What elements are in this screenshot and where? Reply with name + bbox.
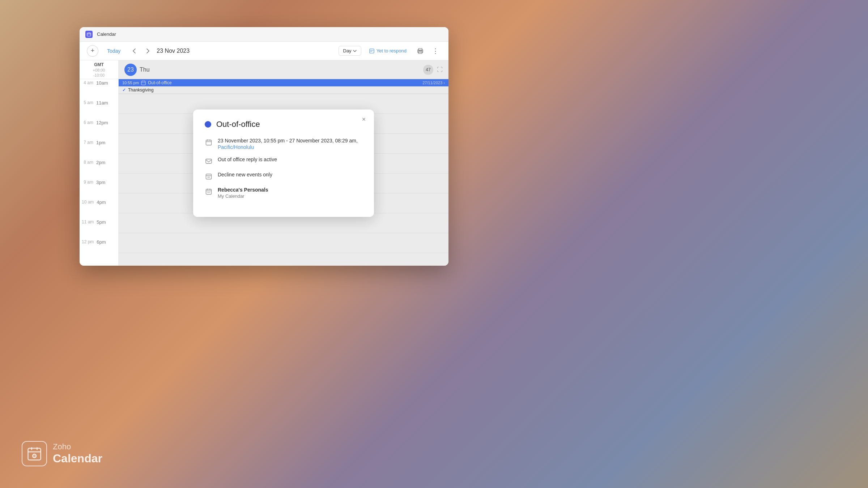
current-date: 23 Nov 2023	[157, 48, 335, 54]
next-button[interactable]	[143, 46, 153, 56]
main-window: Calendar + Today 23 Nov 2023 Day Yet to …	[80, 27, 448, 266]
title-bar: Calendar	[80, 27, 448, 42]
more-options-button[interactable]: ⋮	[430, 45, 441, 57]
svg-rect-10	[418, 48, 422, 51]
zoho-logo: Zoho Calendar	[22, 441, 102, 466]
toolbar: + Today 23 Nov 2023 Day Yet to respond ⋮	[80, 42, 448, 60]
time-gutter: GMT +08:00 -10:00 4 am10am5 am11am6 am12…	[80, 60, 119, 266]
popup-calendar-row: Rebecca's Personals My Calendar	[205, 187, 362, 199]
popup-reply-row: Out of office reply is active	[205, 157, 362, 165]
svg-point-4	[33, 454, 36, 458]
email-icon	[205, 157, 213, 165]
calendar-icon	[205, 138, 213, 146]
app-icon	[85, 31, 93, 38]
event-detail-popup: × Out-of-office 23 November 2023, 10:55 …	[193, 110, 374, 217]
event-color-dot	[205, 121, 211, 128]
calendar-grid: 23 Thu 47 ⛶ 10:55 pm Out-of-office 2	[119, 60, 448, 266]
svg-rect-5	[87, 33, 91, 36]
time-row: 7 am1pm	[80, 139, 118, 159]
time-slots: 4 am10am5 am11am6 am12pm7 am1pm8 am2pm9 …	[80, 79, 118, 266]
popup-datetime-row: 23 November 2023, 10:55 pm - 27 November…	[205, 138, 362, 150]
popup-close-button[interactable]: ×	[359, 115, 369, 125]
view-selector[interactable]: Day	[339, 46, 361, 56]
popup-reply-label: Out of office reply is active	[218, 157, 277, 162]
time-row: 8 am2pm	[80, 159, 118, 179]
calendar-list-icon	[205, 188, 213, 196]
popup-decline-label: Decline new events only	[218, 172, 272, 177]
popup-calendar-name: Rebecca's Personals	[218, 187, 268, 193]
calendar-body: GMT +08:00 -10:00 4 am10am5 am11am6 am12…	[80, 60, 448, 266]
popup-event-title: Out-of-office	[216, 120, 260, 129]
svg-rect-9	[370, 49, 374, 53]
yet-to-respond-button[interactable]: Yet to respond	[365, 46, 411, 55]
window-title: Calendar	[97, 31, 116, 37]
svg-rect-21	[206, 174, 212, 179]
today-button[interactable]: Today	[102, 46, 125, 56]
popup-decline-row: Decline new events only	[205, 172, 362, 180]
popup-title-row: Out-of-office	[205, 120, 362, 129]
popup-calendar-sub: My Calendar	[218, 193, 268, 199]
popup-overlay: × Out-of-office 23 November 2023, 10:55 …	[119, 60, 448, 266]
time-row: 11 am5pm	[80, 218, 118, 238]
time-row: 12 pm6pm	[80, 238, 118, 258]
time-row: 4 am10am	[80, 79, 118, 99]
time-row: 6 am12pm	[80, 119, 118, 139]
zoho-logo-icon	[22, 441, 47, 466]
time-row: 10 am4pm	[80, 198, 118, 218]
svg-rect-16	[206, 140, 212, 145]
timezone-header: GMT +08:00 -10:00	[80, 60, 118, 79]
time-row: 5 am11am	[80, 99, 118, 119]
svg-rect-20	[206, 159, 212, 163]
decline-icon	[205, 172, 213, 180]
prev-button[interactable]	[129, 46, 139, 56]
zoho-logo-text: Zoho Calendar	[53, 442, 102, 466]
svg-rect-24	[206, 189, 212, 194]
popup-timezone: Pacific/Honolulu	[218, 144, 358, 150]
time-row: 9 am3pm	[80, 179, 118, 198]
print-button[interactable]	[414, 45, 426, 57]
popup-date-range: 23 November 2023, 10:55 pm - 27 November…	[218, 138, 358, 144]
add-event-button[interactable]: +	[87, 45, 98, 57]
